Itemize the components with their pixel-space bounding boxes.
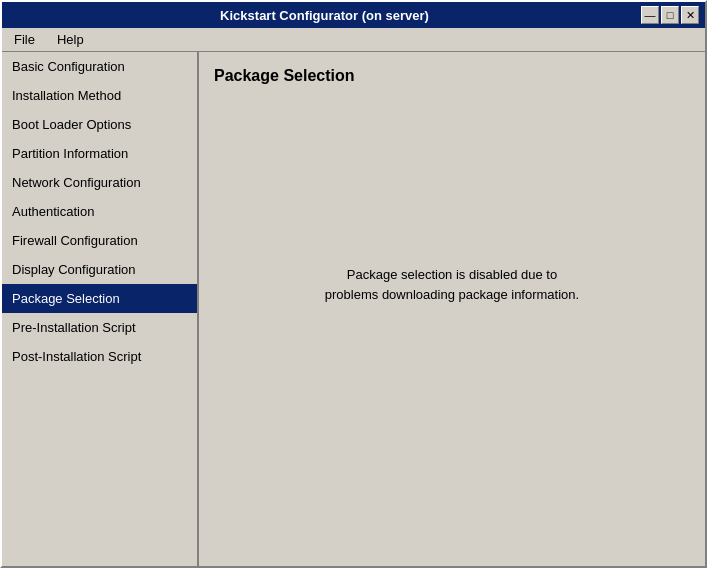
main-window: Kickstart Configurator (on server) — □ ✕… <box>0 0 707 568</box>
disabled-message-line2: problems downloading package information… <box>325 287 579 302</box>
sidebar-item-post-installation-script[interactable]: Post-Installation Script <box>2 342 197 371</box>
page-title: Package Selection <box>214 67 690 85</box>
menu-file[interactable]: File <box>8 30 41 49</box>
window-title: Kickstart Configurator (on server) <box>8 8 641 23</box>
menu-help[interactable]: Help <box>51 30 90 49</box>
sidebar-item-partition-information[interactable]: Partition Information <box>2 139 197 168</box>
title-bar: Kickstart Configurator (on server) — □ ✕ <box>2 2 705 28</box>
sidebar-item-firewall-configuration[interactable]: Firewall Configuration <box>2 226 197 255</box>
sidebar: Basic ConfigurationInstallation MethodBo… <box>2 52 199 566</box>
close-button[interactable]: ✕ <box>681 6 699 24</box>
menu-bar: File Help <box>2 28 705 52</box>
sidebar-item-authentication[interactable]: Authentication <box>2 197 197 226</box>
sidebar-item-display-configuration[interactable]: Display Configuration <box>2 255 197 284</box>
maximize-button[interactable]: □ <box>661 6 679 24</box>
sidebar-item-network-configuration[interactable]: Network Configuration <box>2 168 197 197</box>
sidebar-item-basic-configuration[interactable]: Basic Configuration <box>2 52 197 81</box>
sidebar-item-package-selection[interactable]: Package Selection <box>2 284 197 313</box>
window-controls: — □ ✕ <box>641 6 699 24</box>
main-content: Package Selection Package selection is d… <box>199 52 705 566</box>
sidebar-item-installation-method[interactable]: Installation Method <box>2 81 197 110</box>
sidebar-item-pre-installation-script[interactable]: Pre-Installation Script <box>2 313 197 342</box>
minimize-button[interactable]: — <box>641 6 659 24</box>
disabled-message: Package selection is disabled due to pro… <box>214 265 690 304</box>
disabled-message-line1: Package selection is disabled due to <box>347 267 557 282</box>
content-area: Basic ConfigurationInstallation MethodBo… <box>2 52 705 566</box>
sidebar-item-boot-loader-options[interactable]: Boot Loader Options <box>2 110 197 139</box>
